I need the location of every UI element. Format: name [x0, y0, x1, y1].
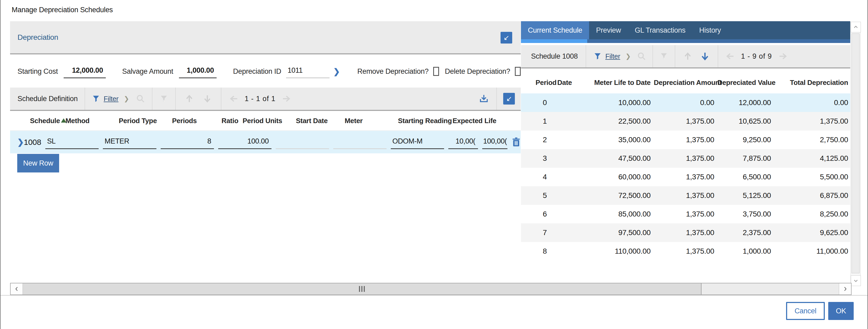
scroll-right-button[interactable] — [839, 283, 851, 295]
meter-field[interactable]: ODOM-M — [391, 135, 444, 149]
expected-life-field[interactable]: 100,00( — [482, 135, 507, 149]
column-header-period-type[interactable]: Period Type — [119, 117, 168, 125]
table-row[interactable]: 0 10,000.00 0.00 12,000.00 0.00 — [521, 93, 850, 112]
scroll-down-button[interactable] — [851, 275, 861, 286]
column-header-date[interactable]: Date — [557, 79, 579, 87]
depreciation-amount-cell: 1,375.00 — [654, 247, 714, 256]
table-row[interactable]: 6 85,000.00 1,375.00 3,750.00 8,250.00 — [521, 205, 850, 223]
period-type-field[interactable]: METER — [103, 135, 156, 149]
remove-depreciation-checkbox[interactable] — [433, 67, 439, 76]
delete-depreciation-checkbox[interactable] — [515, 67, 521, 76]
download-icon[interactable] — [479, 94, 489, 104]
next-page-icon[interactable] — [778, 52, 787, 61]
start-date-field[interactable] — [333, 135, 386, 149]
meter-life-cell: 72,500.00 — [582, 191, 651, 200]
column-header-period-units[interactable]: Period Units — [243, 117, 291, 125]
total-depreciation-cell: 0.00 — [774, 98, 848, 107]
depreciated-value-cell: 12,000.00 — [717, 98, 771, 107]
tab-history[interactable]: History — [692, 21, 728, 39]
starting-reading-field[interactable]: 10,00( — [448, 135, 478, 149]
previous-page-icon[interactable] — [725, 52, 735, 61]
vertical-scrollbar-thumb[interactable] — [851, 33, 860, 273]
depreciation-id-detail-icon[interactable]: ❯ — [333, 67, 340, 76]
filter-expand-icon[interactable]: ❯ — [124, 95, 129, 102]
method-field[interactable]: SL — [45, 135, 99, 149]
search-icon[interactable] — [136, 94, 145, 103]
table-row[interactable]: 5 72,500.00 1,375.00 5,125.00 6,875.00 — [521, 186, 850, 205]
column-header-periods[interactable]: Periods — [172, 117, 196, 125]
table-row[interactable]: 7 97,500.00 1,375.00 2,375.00 9,625.00 — [521, 223, 850, 242]
next-row-icon[interactable] — [700, 52, 710, 61]
schedule-definition-row[interactable]: ❯ 1008 SL METER 8 100.00 ODOM-M 10,00( 1… — [10, 131, 521, 153]
next-page-icon[interactable] — [282, 94, 291, 103]
periods-field[interactable]: 8 — [161, 135, 214, 149]
ratio-field[interactable]: 100.00 — [218, 135, 272, 149]
period-units-field[interactable] — [276, 135, 329, 149]
filter-icon[interactable] — [594, 52, 601, 60]
delete-row-button[interactable] — [512, 137, 521, 147]
row-detail-icon[interactable]: ❯ — [17, 138, 24, 147]
previous-page-icon[interactable] — [229, 94, 238, 103]
scrollbar-grip — [361, 286, 363, 292]
column-header-method[interactable]: Method — [65, 117, 115, 125]
ok-button[interactable]: OK — [828, 302, 854, 320]
new-row-button[interactable]: New Row — [17, 154, 59, 173]
table-row[interactable]: 1 22,500.00 1,375.00 10,625.00 1,375.00 — [521, 112, 850, 130]
toolbar-separator — [85, 88, 85, 110]
filter-icon[interactable] — [92, 95, 100, 103]
table-row[interactable]: 4 60,000.00 1,375.00 6,500.00 5,500.00 — [521, 168, 850, 186]
column-header-schedule[interactable]: Schedule — [30, 117, 61, 125]
column-header-start-date[interactable]: Start Date — [296, 117, 340, 125]
schedule-definition-header-row: Schedule Method Period Type Periods Rati… — [10, 112, 521, 130]
schedule-detail-panel: Current Schedule Preview GL Transactions… — [521, 21, 850, 287]
table-row[interactable]: 2 35,000.00 1,375.00 9,250.00 2,750.00 — [521, 130, 850, 149]
minimize-section-button[interactable]: ↙ — [500, 32, 512, 43]
salvage-amount-field[interactable]: 1,000.00 — [179, 64, 217, 78]
tab-preview[interactable]: Preview — [589, 21, 628, 39]
period-cell: 3 — [535, 154, 554, 162]
column-header-depreciated-value[interactable]: Depreciated Value — [717, 79, 771, 87]
depreciation-amount-cell: 1,375.00 — [654, 117, 714, 125]
column-header-total-depreciation[interactable]: Total Depreciation — [774, 79, 848, 87]
scroll-up-button[interactable] — [851, 22, 861, 32]
table-row[interactable]: 8 110,000.00 1,375.00 1,000.00 11,000.00 — [521, 242, 850, 261]
filter-link[interactable]: Filter — [104, 95, 119, 103]
column-header-depreciation-amount[interactable]: Depreciation Amount — [654, 79, 714, 87]
schedule-cell: 1008 — [24, 138, 41, 147]
toolbar-separator — [652, 45, 653, 67]
column-header-period[interactable]: Period — [535, 79, 554, 87]
depreciation-amount-cell: 0.00 — [654, 98, 714, 107]
filter-link[interactable]: Filter — [605, 52, 620, 60]
scrollbar-grip — [364, 286, 365, 292]
chevron-up-icon — [853, 24, 859, 30]
table-row[interactable]: 3 47,500.00 1,375.00 7,875.00 4,125.00 — [521, 149, 850, 168]
period-cell: 0 — [535, 98, 554, 107]
schedule-tab-bar: Current Schedule Preview GL Transactions… — [521, 21, 850, 43]
column-header-ratio[interactable]: Ratio — [201, 117, 238, 125]
clear-filter-icon[interactable]: x — [160, 95, 168, 103]
horizontal-scrollbar[interactable] — [10, 283, 851, 295]
horizontal-scrollbar-thumb[interactable] — [23, 283, 702, 295]
filter-expand-icon[interactable]: ❯ — [625, 53, 631, 60]
depreciation-id-field[interactable]: 1011 — [286, 64, 330, 78]
period-cell: 2 — [535, 136, 554, 144]
column-header-expected-life[interactable]: Expected Life — [453, 117, 495, 125]
search-icon[interactable] — [637, 52, 646, 61]
minimize-table-button[interactable]: ↙ — [503, 93, 515, 104]
svg-text:x: x — [663, 57, 665, 60]
tab-gl-transactions[interactable]: GL Transactions — [628, 21, 692, 39]
column-header-meter-life[interactable]: Meter Life to Date — [582, 79, 651, 87]
depreciation-id-label: Depreciation ID — [233, 67, 281, 76]
clear-filter-icon[interactable]: x — [660, 52, 668, 60]
starting-cost-field[interactable]: 12,000.00 — [64, 64, 106, 78]
trash-icon — [512, 137, 521, 147]
scroll-left-button[interactable] — [10, 283, 23, 295]
previous-row-icon[interactable] — [683, 52, 692, 61]
move-row-up-icon[interactable] — [185, 94, 194, 103]
column-header-starting-reading[interactable]: Starting Reading — [398, 117, 448, 125]
tab-current-schedule[interactable]: Current Schedule — [521, 21, 589, 39]
cancel-button[interactable]: Cancel — [786, 302, 825, 320]
column-header-meter[interactable]: Meter — [345, 117, 394, 125]
vertical-scrollbar[interactable] — [850, 22, 861, 286]
move-row-down-icon[interactable] — [203, 94, 212, 103]
